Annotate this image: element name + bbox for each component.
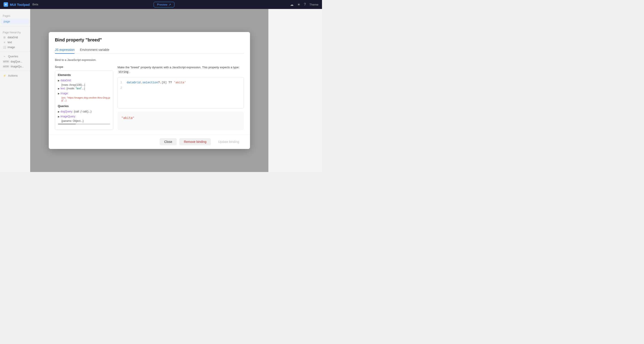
update-binding-button: Update binding	[214, 138, 244, 145]
theme-label[interactable]: Theme	[310, 3, 318, 6]
editor-panel: Make the "breed" property dynamic with a…	[118, 65, 244, 130]
scope-scrollbar[interactable]	[58, 123, 110, 125]
scope-item-datagrid[interactable]: ▶ dataGrid:	[58, 78, 110, 82]
cloud-icon[interactable]: ☁	[290, 3, 294, 7]
external-link-icon: ↗	[168, 3, 171, 6]
modal-footer: Close Remove binding Update binding	[49, 134, 250, 149]
line-num-2: 2	[120, 85, 123, 90]
datagrid-label: dataGrid	[8, 36, 18, 39]
code-bracket: [0]	[162, 81, 167, 84]
sidebar-tree-dogquery[interactable]: HTTP dogQue...	[0, 59, 30, 64]
image-scope-name: image:	[60, 91, 69, 95]
scope-item-imagequery[interactable]: ▶ imageQuery:	[58, 114, 110, 118]
sun-icon[interactable]: ☀	[297, 3, 300, 7]
code-var-datagrid: dataGrid	[127, 81, 141, 84]
eval-string: "akita"	[122, 116, 134, 120]
modal-header: Bind property "breed" JS expression Envi…	[49, 32, 250, 54]
sidebar-queries-section: Queries	[0, 54, 30, 59]
topbar: M MUI Toolpad Beta Preview ↗ ☁ ☀ ? Theme	[0, 0, 322, 9]
scope-box[interactable]: Elements ▶ dataGrid: {rows: Array(106)..…	[55, 70, 113, 130]
queries-section-label: Queries	[8, 55, 18, 58]
code-content-2	[127, 85, 128, 90]
code-content-1: dataGrid.selection?.[0] ?? 'akita'	[127, 80, 186, 85]
modal-tabs: JS expression Environment variable	[55, 46, 244, 54]
code-var-selection: selection	[142, 81, 158, 84]
elements-section-title: Elements	[58, 73, 110, 77]
scope-item-image[interactable]: ▶ image:	[58, 91, 110, 95]
queries-scope-title: Queries	[58, 104, 110, 108]
http-badge-1: HTTP	[3, 60, 10, 63]
close-button[interactable]: Close	[160, 138, 177, 145]
code-line-1: 1 dataGrid.selection?.[0] ?? 'akita'	[120, 80, 241, 85]
datagrid-name: dataGrid:	[60, 78, 72, 82]
sidebar-item-page[interactable]: page	[1, 19, 29, 24]
arrow-datagrid[interactable]: ▶	[58, 79, 60, 82]
sidebar-divider-2	[0, 52, 30, 52]
sidebar-tree-imagequery[interactable]: HTTP imageQu...	[0, 64, 30, 69]
sidebar-actions-section: Actions	[0, 73, 30, 78]
line-num-1: 1	[120, 80, 123, 85]
code-nullish: ??	[167, 81, 174, 84]
sidebar-divider-1	[0, 26, 30, 27]
help-icon[interactable]: ?	[304, 3, 306, 7]
dogquery-scope-name: dogQuery:	[60, 109, 73, 114]
scope-label: Scope	[55, 65, 113, 69]
scope-scrollbar-thumb	[58, 123, 76, 125]
logo-icon: M	[4, 2, 8, 7]
modal-title: Bind property "breed"	[55, 37, 244, 43]
image-value: {src: "https://images.dog.ceo/bre Ainu-D…	[62, 96, 110, 102]
scope-item-dogquery[interactable]: ▶ dogQuery: {call: ƒ call()...}	[58, 109, 110, 114]
datagrid-value: {rows: Array(106)...}	[62, 83, 110, 86]
text-icon	[3, 41, 6, 44]
pages-section-label: Pages	[0, 14, 30, 18]
remove-binding-button[interactable]: Remove binding	[179, 138, 211, 145]
code-optional: ?.	[158, 81, 162, 84]
hint-text: Make the "breed" property dynamic with a…	[118, 65, 244, 75]
app-name: MUI Toolpad	[10, 3, 30, 7]
modal-body: Bind to a JavaScript expression. Scope E…	[49, 54, 250, 135]
scope-item-text[interactable]: ▶ text: {mode: "text"...}	[58, 86, 110, 90]
code-line-2: 2	[120, 85, 241, 90]
right-panel	[268, 9, 322, 172]
app-logo: M MUI Toolpad Beta	[4, 2, 38, 7]
image-label: image	[8, 46, 15, 49]
sidebar: Pages page Page hierarchy dataGrid text …	[0, 9, 30, 172]
sidebar-tree-image[interactable]: image	[0, 45, 30, 50]
code-editor[interactable]: 1 dataGrid.selection?.[0] ?? 'akita' 2	[118, 77, 244, 108]
arrow-imagequery[interactable]: ▶	[58, 115, 60, 118]
queries-icon	[3, 55, 6, 58]
modal-backdrop: Bind property "breed" JS expression Envi…	[30, 9, 268, 172]
modal: Bind property "breed" JS expression Envi…	[49, 32, 250, 149]
page-hierarchy-label: Page hierarchy	[0, 30, 30, 35]
modal-content-row: Scope Elements ▶ dataGrid:	[55, 65, 244, 130]
dogquery-label: dogQue...	[11, 60, 22, 63]
dogquery-scope-value: {call: ƒ call()...}	[74, 109, 92, 114]
text-scope-name: text:	[60, 86, 66, 90]
queries-scope-section: Queries ▶ dogQuery: {call: ƒ call()...}	[58, 104, 110, 122]
arrow-dogquery[interactable]: ▶	[58, 110, 60, 113]
http-badge-2: HTTP	[3, 65, 10, 68]
sidebar-tree-text[interactable]: text	[0, 40, 30, 45]
eval-result: "akita"	[118, 112, 244, 130]
code-string-akita: 'akita'	[174, 81, 186, 84]
main-layout: Pages page Page hierarchy dataGrid text …	[0, 9, 322, 172]
tab-js-expression[interactable]: JS expression	[55, 46, 75, 54]
sidebar-tree-datagrid[interactable]: dataGrid	[0, 35, 30, 40]
hint-code-type: string	[118, 70, 130, 74]
text-label: text	[8, 41, 12, 44]
tab-environment-variable[interactable]: Environment variable	[80, 46, 109, 54]
text-scope-value: {mode: "text"...}	[66, 86, 85, 90]
scope-panel: Scope Elements ▶ dataGrid:	[55, 65, 113, 130]
preview-button[interactable]: Preview ↗	[154, 2, 174, 8]
arrow-text[interactable]: ▶	[58, 87, 60, 90]
grid-icon	[3, 36, 6, 39]
content-area: Bind property "breed" JS expression Envi…	[30, 9, 268, 172]
imagequery-value: {params: Object...}	[62, 119, 110, 122]
modal-description: Bind to a JavaScript expression.	[55, 58, 244, 62]
beta-badge: Beta	[32, 3, 38, 6]
arrow-image[interactable]: ▶	[58, 92, 60, 95]
code-dot: .	[141, 81, 142, 84]
imagequery-label: imageQu...	[11, 65, 24, 68]
topbar-center: Preview ↗	[38, 2, 290, 8]
image-icon	[3, 46, 6, 49]
